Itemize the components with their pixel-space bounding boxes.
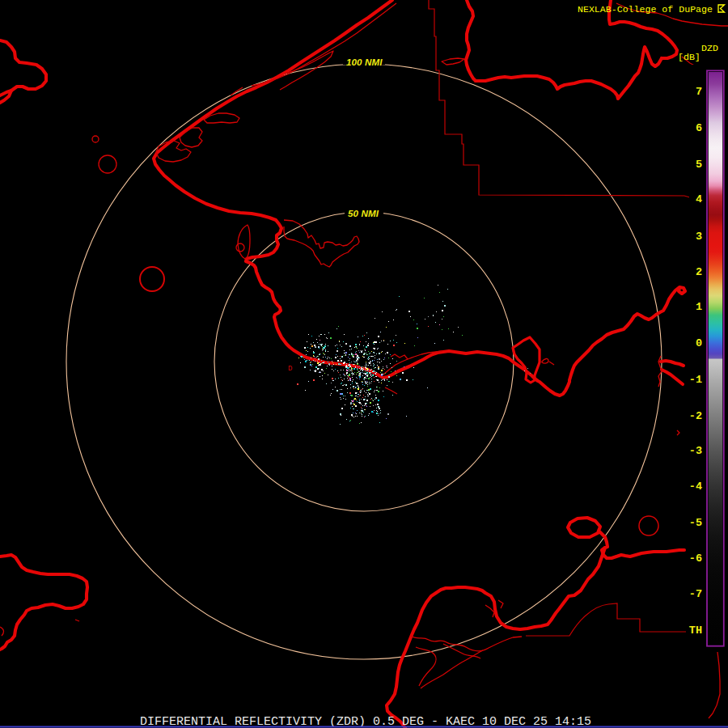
- svg-text:-3: -3: [689, 445, 702, 457]
- svg-text:7: 7: [696, 86, 702, 98]
- svg-text:1: 1: [696, 301, 702, 313]
- svg-text:100 NMI: 100 NMI: [346, 57, 383, 67]
- svg-text:TH: TH: [689, 624, 702, 637]
- svg-text:DZD: DZD: [701, 43, 718, 53]
- svg-text:-4: -4: [689, 480, 702, 493]
- svg-text:-2: -2: [689, 410, 702, 422]
- svg-text:-1: -1: [689, 374, 702, 386]
- svg-text:50 NMI: 50 NMI: [348, 208, 379, 218]
- svg-text:D: D: [288, 365, 292, 373]
- svg-text:4: 4: [696, 193, 702, 205]
- svg-text:5: 5: [696, 159, 702, 171]
- svg-text:[dB]: [dB]: [678, 52, 700, 62]
- svg-text:-6: -6: [689, 552, 702, 565]
- svg-text:-5: -5: [689, 517, 702, 529]
- svg-text:6: 6: [696, 122, 702, 134]
- svg-text:2: 2: [696, 266, 702, 278]
- svg-text:0: 0: [696, 337, 702, 349]
- svg-text:-7: -7: [689, 588, 702, 600]
- svg-text:NEXLAB-College of DuPage: NEXLAB-College of DuPage: [578, 4, 713, 15]
- svg-text:3: 3: [696, 231, 702, 243]
